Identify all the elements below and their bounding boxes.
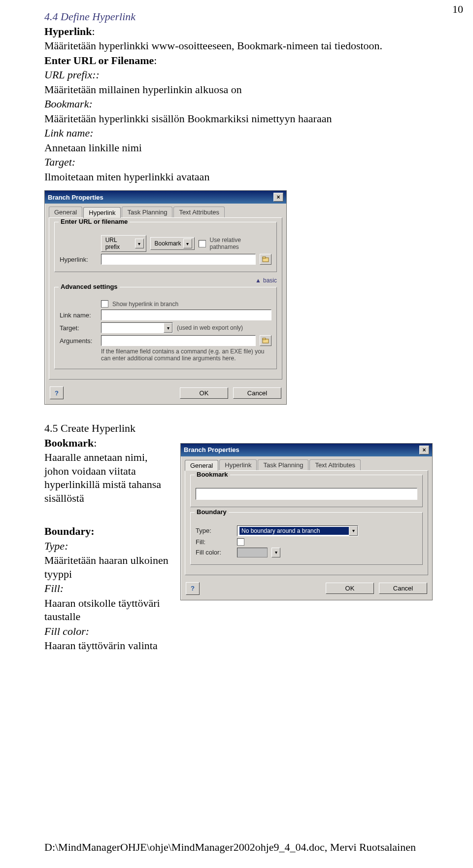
browse-icon[interactable] (260, 254, 271, 265)
enter-url-label: Enter URL or Filename (44, 54, 154, 67)
chevron-up-icon: ▲ (255, 277, 261, 284)
cancel-button[interactable]: Cancel (379, 583, 427, 594)
arguments-hint: If the filename field contains a command… (101, 348, 271, 362)
colon: : (96, 69, 100, 81)
fillcolor-desc: Haaran täyttövärin valinta (44, 639, 172, 653)
boundary-fill-row: Fill: (196, 538, 417, 546)
link-name-row: Link name: (60, 310, 271, 320)
link-name-input[interactable] (101, 310, 271, 320)
use-relative-checkbox[interactable] (199, 240, 206, 247)
target-hint: (used in web export only) (177, 324, 243, 331)
dialog2-titlebar: Branch Properties × (181, 444, 432, 456)
boundary-legend: Boundary (195, 508, 229, 516)
target-field-label: Target: (60, 324, 97, 332)
close-icon[interactable]: × (419, 446, 429, 454)
help-button[interactable]: ? (186, 582, 200, 595)
dialog-titlebar: Branch Properties × (45, 191, 286, 204)
ok-button[interactable]: OK (180, 387, 228, 399)
hyperlink-input[interactable] (101, 254, 256, 265)
arguments-row: Arguments: (60, 335, 271, 346)
ok-button[interactable]: OK (326, 583, 374, 594)
url-prefix-dropdown-label: URL prefix (105, 237, 133, 250)
url-prefix-dropdown[interactable]: URL prefix ▾ (101, 235, 146, 252)
url-prefix-desc: Määritetään millainen hyperlinkin alkuos… (44, 83, 443, 97)
colon: : (94, 437, 97, 449)
fillcolor-swatch[interactable] (237, 548, 268, 557)
enter-url-term: Enter URL or Filename: (44, 54, 443, 68)
target-row: Target: ▾ (used in web export only) (60, 322, 271, 333)
fill-term: Fill (44, 582, 60, 594)
cancel-button[interactable]: Cancel (233, 387, 281, 399)
colon: : (89, 98, 92, 110)
boundary-type-row: Type: No boundary around a branch ▾ (196, 525, 417, 536)
url-prefix-term: URL prefix: (44, 69, 96, 81)
colon: : (65, 540, 68, 552)
basic-label: basic (263, 277, 277, 284)
target-combo[interactable]: ▾ (101, 322, 173, 333)
dialog2-panel: Bookmark Boundary Type: No boundary arou… (185, 470, 428, 575)
hyperlink-description: Määritetään hyperlinkki www-osoitteeseen… (44, 39, 443, 53)
tab-general[interactable]: General (185, 460, 218, 471)
dialog2-buttons: ? OK Cancel (181, 579, 432, 600)
page-number: 10 (452, 3, 463, 16)
target-term-line: Target: (44, 155, 443, 169)
target-desc: Ilmoitetaan miten hyperlinkki avataan (44, 170, 443, 184)
tab-general[interactable]: General (49, 207, 82, 217)
section-4-5-content: Bookmark: Haaralle annetaan nimi, johon … (44, 436, 443, 654)
hyperlink-term-line: Hyperlink: (44, 25, 443, 38)
fill-desc: Haaran otsikolle täyttöväri taustalle (44, 596, 172, 624)
svg-rect-1 (263, 257, 266, 258)
chevron-down-icon[interactable]: ▾ (271, 548, 280, 557)
link-name-field-label: Link name: (60, 312, 97, 319)
type-term-line: Type: (44, 539, 172, 553)
dialog2-tabs: General Hyperlink Task Planning Text Att… (181, 456, 432, 470)
tab-text-attributes[interactable]: Text Attributes (309, 459, 361, 470)
page-footer: D:\MindManagerOHJE\ohje\MindManager2002o… (44, 841, 416, 854)
bookmark-input-row (196, 488, 417, 500)
bookmark-term: Bookmark (44, 98, 89, 110)
bookmark-group: Bookmark (190, 475, 423, 507)
boundary-type-value: No boundary around a branch (239, 527, 349, 535)
svg-rect-3 (263, 338, 266, 340)
dialog-panel: Enter URL or filename URL prefix ▾ Bookm… (49, 217, 282, 380)
colon: : (72, 156, 75, 168)
bookmark-dropdown[interactable]: Bookmark ▾ (150, 237, 195, 250)
bookmark2-desc: Haaralle annetaan nimi, johon voidaan vi… (44, 451, 172, 505)
fillcolor-field-label: Fill color: (196, 549, 233, 556)
tab-text-attributes[interactable]: Text Attributes (173, 207, 225, 217)
tab-hyperlink[interactable]: Hyperlink (219, 459, 257, 470)
link-name-term: Link name (44, 127, 90, 139)
url-prefix-row: URL prefix ▾ Bookmark ▾ Use relative pat… (60, 235, 271, 252)
close-icon[interactable]: × (273, 193, 283, 202)
fill-checkbox[interactable] (237, 538, 244, 546)
enter-url-group: Enter URL or filename URL prefix ▾ Bookm… (54, 222, 277, 272)
section-4-5-text: Bookmark: Haaralle annetaan nimi, johon … (44, 436, 172, 654)
section-4-4-title: 4.4 Define Hyperlink (44, 10, 443, 24)
enter-url-legend: Enter URL or filename (59, 218, 130, 225)
tab-hyperlink[interactable]: Hyperlink (83, 207, 121, 218)
section-4-5-title: 4.5 Create Hyperlink (44, 421, 443, 435)
dialog2-title: Branch Properties (184, 446, 239, 453)
fillcolor-term: Fill color (44, 625, 86, 637)
dialog-tabs: General Hyperlink Task Planning Text Att… (45, 204, 286, 217)
show-hyperlink-checkbox[interactable] (101, 300, 108, 308)
use-relative-label: Use relative pathnames (210, 237, 272, 250)
help-button[interactable]: ? (50, 386, 64, 399)
tab-task-planning[interactable]: Task Planning (258, 459, 308, 470)
hyperlink-term: Hyperlink (44, 25, 92, 37)
colon: : (90, 127, 93, 139)
bookmark-input[interactable] (196, 488, 417, 500)
url-prefix-term-line: URL prefix:: (44, 68, 443, 82)
colon: : (154, 54, 157, 67)
boundary-type-combo[interactable]: No boundary around a branch ▾ (237, 525, 358, 536)
colon: : (92, 25, 95, 37)
arguments-hint-row: If the filename field contains a command… (60, 348, 271, 362)
arguments-input[interactable] (101, 335, 256, 346)
advanced-legend: Advanced settings (59, 283, 120, 290)
tab-task-planning[interactable]: Task Planning (122, 207, 172, 217)
bookmark2-term: Bookmark (44, 437, 94, 449)
colon: : (86, 625, 89, 637)
chevron-down-icon: ▾ (183, 239, 192, 248)
browse-args-icon[interactable] (260, 335, 271, 346)
chevron-down-icon: ▾ (135, 239, 144, 248)
